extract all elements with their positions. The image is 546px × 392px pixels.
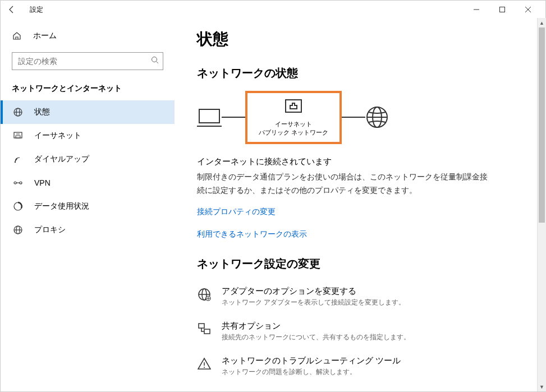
svg-point-12 bbox=[15, 162, 16, 163]
window-title: 設定 bbox=[30, 5, 43, 15]
svg-rect-7 bbox=[14, 132, 22, 138]
connected-title: インターネットに接続されています bbox=[197, 156, 523, 167]
dialup-icon bbox=[13, 154, 23, 164]
svg-rect-33 bbox=[204, 329, 210, 334]
home-icon bbox=[12, 31, 22, 41]
titlebar: 設定 bbox=[1, 1, 545, 19]
diagram-line bbox=[222, 117, 245, 118]
settings-desc: ネットワーク アダプターを表示して接続設定を変更します。 bbox=[222, 298, 405, 307]
nav-item-proxy[interactable]: プロキシ bbox=[1, 218, 175, 242]
main-content: 状態 ネットワークの状態 イーサネット パブリック ネットワーク bbox=[175, 19, 545, 391]
svg-rect-20 bbox=[199, 109, 219, 123]
svg-point-35 bbox=[204, 367, 205, 368]
sidebar: ホーム ネットワークとインターネット 状態 bbox=[1, 19, 175, 391]
network-status-header: ネットワークの状態 bbox=[197, 66, 523, 81]
nav-label: VPN bbox=[34, 178, 51, 187]
svg-point-2 bbox=[152, 57, 157, 62]
data-usage-icon bbox=[13, 201, 23, 211]
troubleshoot-icon bbox=[197, 357, 212, 371]
nav-item-vpn[interactable]: VPN bbox=[1, 171, 175, 195]
nav-item-dialup[interactable]: ダイヤルアップ bbox=[1, 147, 175, 171]
svg-rect-8 bbox=[16, 136, 20, 138]
svg-rect-32 bbox=[199, 324, 204, 328]
sharing-options-icon bbox=[197, 322, 212, 336]
back-button[interactable] bbox=[5, 3, 19, 16]
nav-label: ダイヤルアップ bbox=[34, 154, 89, 164]
nav-label: 状態 bbox=[34, 107, 50, 117]
nav-item-data-usage[interactable]: データ使用状況 bbox=[1, 195, 175, 218]
available-networks-link[interactable]: 利用できるネットワークの表示 bbox=[197, 229, 523, 239]
proxy-icon bbox=[13, 225, 23, 235]
scroll-up-arrow[interactable]: ▲ bbox=[538, 18, 546, 27]
search-input[interactable] bbox=[12, 52, 163, 70]
home-link[interactable]: ホーム bbox=[1, 25, 175, 47]
settings-label: アダプターのオプションを変更する bbox=[222, 286, 405, 297]
globe-icon bbox=[365, 105, 389, 129]
settings-item-adapter[interactable]: アダプターのオプションを変更する ネットワーク アダプターを表示して接続設定を変… bbox=[197, 282, 523, 316]
adapter-options-icon bbox=[197, 287, 212, 302]
status-icon bbox=[13, 107, 23, 117]
change-props-link[interactable]: 接続プロパティの変更 bbox=[197, 207, 523, 217]
minimize-button[interactable] bbox=[464, 1, 489, 19]
vpn-icon bbox=[13, 178, 23, 188]
scroll-thumb[interactable] bbox=[539, 27, 545, 223]
scrollbar[interactable]: ▲ ▼ bbox=[537, 18, 546, 391]
nav-label: イーサネット bbox=[34, 131, 81, 141]
connection-name: イーサネット bbox=[259, 120, 328, 128]
network-type: パブリック ネットワーク bbox=[259, 128, 328, 137]
svg-rect-22 bbox=[286, 100, 301, 112]
search-icon bbox=[151, 56, 159, 66]
close-button[interactable] bbox=[515, 1, 541, 19]
connection-highlight: イーサネット パブリック ネットワーク bbox=[245, 91, 342, 144]
ethernet-icon bbox=[13, 131, 23, 141]
home-label: ホーム bbox=[33, 31, 57, 41]
sidebar-section-header: ネットワークとインターネット bbox=[1, 79, 175, 100]
change-settings-header: ネットワーク設定の変更 bbox=[197, 256, 523, 271]
scroll-down-arrow[interactable]: ▼ bbox=[538, 382, 546, 391]
page-title: 状態 bbox=[197, 29, 523, 50]
settings-label: 共有オプション bbox=[222, 321, 410, 331]
settings-label: ネットワークのトラブルシューティング ツール bbox=[222, 356, 401, 366]
nav-item-status[interactable]: 状態 bbox=[1, 100, 175, 124]
svg-point-13 bbox=[14, 182, 16, 184]
scroll-track[interactable] bbox=[538, 27, 546, 382]
svg-point-14 bbox=[20, 182, 22, 184]
ethernet-port-icon bbox=[283, 96, 304, 117]
maximize-button[interactable] bbox=[489, 1, 515, 19]
settings-item-troubleshoot[interactable]: ネットワークのトラブルシューティング ツール ネットワークの問題を診断し、解決し… bbox=[197, 351, 523, 386]
nav-label: プロキシ bbox=[34, 225, 66, 235]
nav-item-ethernet[interactable]: イーサネット bbox=[1, 124, 175, 147]
diagram-line bbox=[342, 117, 365, 118]
computer-icon bbox=[197, 106, 222, 128]
settings-desc: 接続先のネットワークについて、共有するものを指定します。 bbox=[222, 333, 410, 342]
search-box bbox=[12, 52, 163, 70]
nav-label: データ使用状況 bbox=[34, 201, 89, 211]
svg-rect-1 bbox=[500, 7, 505, 12]
network-diagram: イーサネット パブリック ネットワーク bbox=[197, 91, 523, 144]
settings-item-sharing[interactable]: 共有オプション 接続先のネットワークについて、共有するものを指定します。 bbox=[197, 316, 523, 351]
svg-line-3 bbox=[157, 62, 159, 64]
settings-desc: ネットワークの問題を診断し、解決します。 bbox=[222, 367, 401, 377]
connected-desc: 制限付きのデータ通信プランをお使いの場合は、このネットワークを従量制課金接続に設… bbox=[197, 170, 489, 197]
